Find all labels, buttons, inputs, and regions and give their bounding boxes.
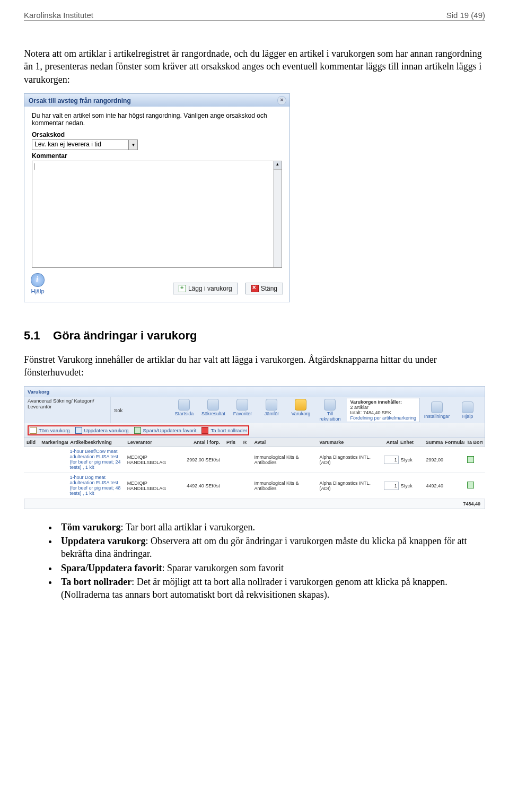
summary-head: Varukorgen innehåller:: [350, 399, 416, 405]
orsakskod-label: Orsakskod: [32, 131, 282, 138]
nav-sökresultat[interactable]: Sökresultat: [199, 399, 227, 422]
delete-row-icon[interactable]: [467, 456, 474, 463]
close-icon[interactable]: ×: [277, 96, 286, 105]
search-label: Sök: [114, 407, 122, 413]
cell-lev: MEDIQIP HANDELSBOLAG: [127, 455, 183, 465]
cell-enhet: Styck: [401, 457, 419, 462]
close-label: Stäng: [261, 285, 277, 292]
nav-hjalp[interactable]: Hjälp: [454, 401, 481, 419]
action-tom[interactable]: Töm varukorg: [30, 427, 70, 434]
help-label: Hjälp: [31, 288, 45, 294]
nav-jämför[interactable]: Jämför: [258, 399, 285, 422]
summary-line: totalt: 7484,40 SEK: [350, 410, 416, 415]
nav-startsida[interactable]: Startsida: [170, 399, 198, 422]
col-af: Antal i förp.: [186, 440, 224, 445]
table-total: 7484,40: [24, 499, 485, 509]
highlighted-actions: Töm varukorg Uppdatera varukorg Spara/Up…: [28, 425, 249, 435]
intro-paragraph: Notera att om artiklar i artikelregistre…: [24, 47, 485, 86]
close-button[interactable]: Stäng: [245, 283, 283, 294]
kommentar-textarea[interactable]: | ▴: [32, 161, 282, 268]
page-header: Karolinska Institutet Sid 19 (49): [24, 11, 485, 21]
breadcrumb: Avancerad Sökning/ Kategori/ Leverantör: [28, 398, 107, 409]
col-bild: Bild: [27, 440, 39, 445]
section-title: Göra ändringar i varukorg: [53, 329, 197, 342]
qty-input[interactable]: [384, 456, 399, 464]
kommentar-label: Kommentar: [32, 152, 282, 160]
cell-enhet: Styck: [401, 483, 419, 488]
nav-icon: [295, 399, 306, 411]
nav-till rekvisition[interactable]: Till rekvisition: [316, 399, 344, 422]
delete-icon: [201, 427, 208, 434]
add-to-cart-button[interactable]: Lägg i varukorg: [173, 283, 238, 294]
table-header: Bild Markeringar Artikelbeskrivning Leve…: [24, 438, 485, 447]
col-mark: Markeringar: [41, 440, 68, 445]
nav-favoriter[interactable]: Favoriter: [229, 399, 256, 422]
dialog-title: Orsak till avsteg från rangordning: [29, 97, 131, 104]
table-row: 1-hour Dog meatadulteration ELISA test(f…: [24, 473, 485, 499]
orsakskod-select[interactable]: Lev. kan ej leverera i tid ▾: [32, 139, 138, 150]
section-heading: 5.1 Göra ändringar i varukorg: [24, 329, 485, 343]
scrollbar[interactable]: ▴: [273, 161, 282, 267]
nav-icon: [266, 399, 277, 411]
orsakskod-value: Lev. kan ej leverera i tid: [34, 141, 101, 148]
nav-icon: [178, 399, 190, 411]
nav-varukorg[interactable]: Varukorg: [287, 399, 314, 422]
info-icon: [462, 401, 473, 413]
col-r: R: [243, 440, 252, 445]
header-left: Karolinska Institutet: [24, 11, 93, 20]
varukorg-screenshot: Varukorg Avancerad Sökning/ Kategori/ Le…: [24, 386, 485, 509]
cell-artikel[interactable]: 1-hour Dog meatadulteration ELISA test(f…: [69, 475, 125, 496]
list-item: Spara/Uppdatera favorit: Sparar varukorg…: [58, 562, 485, 574]
col-antal: Antal: [381, 440, 398, 445]
qty-input[interactable]: [384, 482, 399, 490]
col-summa: Summa: [420, 440, 443, 445]
summary-line: 2 artiklar: [350, 405, 416, 410]
bullet-list: Töm varukorg: Tar bort alla artiklar i v…: [24, 521, 485, 601]
cell-summa: 4492,40: [420, 483, 443, 488]
search-button[interactable]: Sök: [114, 407, 122, 413]
action-uppdatera[interactable]: Uppdatera varukorg: [75, 427, 129, 434]
nav-installningar[interactable]: Inställningar: [423, 401, 451, 419]
cell-af: 2992,00 SEK/st: [186, 457, 224, 462]
cell-avtal: Immunological Kits & Antibodies: [254, 455, 317, 465]
bc-item[interactable]: Avancerad Sökning: [28, 398, 71, 404]
nav-icon: [236, 399, 248, 411]
add-label: Lägg i varukorg: [188, 285, 232, 292]
dialog-orsak: Orsak till avsteg från rangordning × Du …: [24, 93, 290, 302]
bc-item[interactable]: Kategori: [74, 398, 93, 404]
col-pris: Pris: [226, 440, 241, 445]
help-button[interactable]: Hjälp: [31, 273, 45, 294]
cell-avtal: Immunological Kits & Antibodies: [254, 481, 317, 491]
cell-artikel[interactable]: 1-hour Beef/Cow meatadulteration ELISA t…: [69, 449, 125, 470]
list-item: Ta bort nollrader: Det är möjligt att ta…: [58, 575, 485, 601]
action-nollrader[interactable]: Ta bort nollrader: [201, 427, 247, 434]
scroll-up-icon[interactable]: ▴: [274, 161, 282, 170]
list-item: Töm varukorg: Tar bort alla artiklar i v…: [58, 521, 485, 534]
cart-summary: Varukorgen innehåller: 2 artiklar totalt…: [347, 398, 420, 422]
cell-summa: 2992,00: [420, 457, 443, 462]
dialog-text: Du har valt en artikel som inte har högs…: [32, 112, 282, 127]
bc-item[interactable]: Leverantör: [28, 404, 51, 409]
info-icon: [31, 273, 45, 287]
cell-lev: MEDIQIP HANDELSBOLAG: [127, 481, 183, 491]
col-lev: Leverantör: [127, 440, 183, 445]
cell-vm: Alpha Diagnostics INTL. (ADI): [320, 481, 379, 491]
col-ta: Ta Bort: [467, 440, 482, 445]
cell-af: 4492,40 SEK/st: [186, 483, 224, 488]
col-form: Formulär: [445, 440, 464, 445]
delete-row-icon[interactable]: [467, 482, 474, 488]
col-art: Artikelbeskrivning: [70, 440, 125, 445]
dialog-titlebar: Orsak till avsteg från rangordning ×: [24, 94, 289, 107]
varukorg-title: Varukorg: [28, 389, 49, 395]
list-item: Uppdatera varukorg: Observera att om du …: [58, 535, 485, 561]
chevron-down-icon[interactable]: ▾: [128, 140, 137, 150]
x-icon: [251, 285, 259, 292]
action-favorit[interactable]: Spara/Uppdatera favorit: [134, 427, 197, 434]
gear-icon: [431, 401, 443, 413]
text-cursor: |: [33, 162, 35, 170]
document-icon: [30, 427, 37, 434]
refresh-icon: [134, 427, 141, 434]
section-number: 5.1: [24, 329, 40, 342]
summary-link[interactable]: Fördelning per artikelmarkering: [350, 415, 416, 421]
nav-icon: [207, 399, 219, 411]
